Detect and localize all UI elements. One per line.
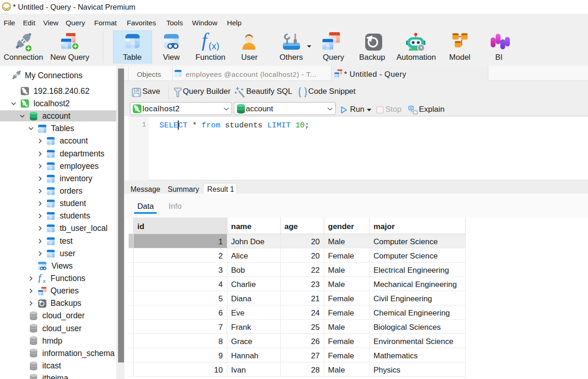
svg-text:(x): (x)	[209, 41, 219, 51]
svg-text:x: x	[43, 278, 45, 283]
svg-text:f: f	[38, 274, 42, 283]
